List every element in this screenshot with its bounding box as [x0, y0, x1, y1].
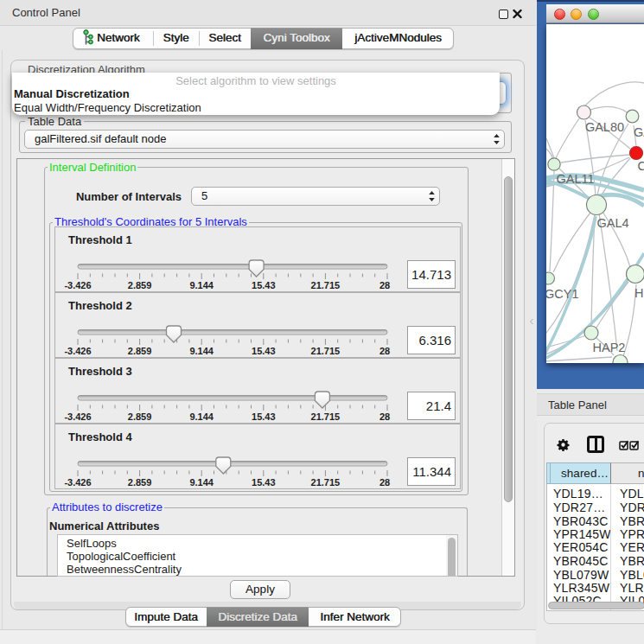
svg-text:21.715: 21.715 [311, 477, 341, 488]
svg-text:C: C [638, 159, 644, 173]
svg-text:2.859: 2.859 [128, 477, 152, 488]
svg-text:2.859: 2.859 [128, 280, 152, 290]
svg-text:21.715: 21.715 [311, 346, 341, 356]
svg-text:28: 28 [379, 411, 390, 422]
svg-text:GCY1: GCY1 [546, 287, 579, 301]
svg-text:9.144: 9.144 [189, 346, 214, 356]
svg-text:15.43: 15.43 [252, 280, 276, 290]
svg-text:21.715: 21.715 [311, 280, 341, 290]
svg-text:GAL80: GAL80 [585, 120, 624, 134]
svg-text:9.144: 9.144 [189, 280, 214, 290]
svg-text:HAP2: HAP2 [593, 341, 626, 354]
svg-text:2.859: 2.859 [128, 411, 152, 422]
svg-text:HI: HI [634, 286, 644, 300]
svg-text:-3.426: -3.426 [64, 346, 91, 356]
svg-text:9.144: 9.144 [189, 411, 214, 422]
svg-text:28: 28 [379, 346, 390, 356]
svg-text:-3.426: -3.426 [64, 411, 91, 422]
svg-text:15.43: 15.43 [252, 346, 276, 356]
svg-text:GA: GA [634, 125, 644, 139]
svg-text:28: 28 [379, 280, 390, 290]
svg-text:21.715: 21.715 [311, 411, 341, 422]
svg-text:15.43: 15.43 [252, 477, 276, 488]
svg-text:GAL11: GAL11 [556, 172, 594, 186]
svg-text:-3.426: -3.426 [64, 477, 91, 488]
svg-text:15.43: 15.43 [252, 411, 276, 422]
svg-text:28: 28 [379, 477, 390, 488]
svg-text:-3.426: -3.426 [64, 280, 91, 290]
svg-text:9.144: 9.144 [189, 477, 214, 488]
svg-text:GAL4: GAL4 [596, 216, 628, 230]
svg-text:2.859: 2.859 [128, 346, 152, 356]
